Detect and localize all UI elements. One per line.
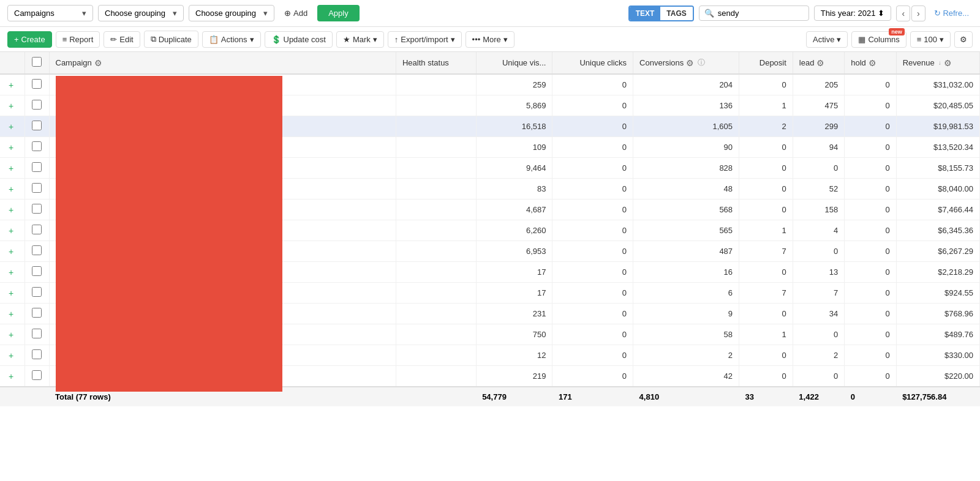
- row-add-button[interactable]: +: [6, 163, 16, 173]
- row-add-button[interactable]: +: [6, 80, 16, 90]
- row-add-button[interactable]: +: [6, 330, 16, 340]
- edit-label: Edit: [119, 35, 133, 44]
- row-add-button[interactable]: +: [6, 184, 16, 194]
- mark-arrow-icon: ▾: [373, 35, 377, 44]
- tags-toggle-button[interactable]: TAGS: [660, 7, 692, 20]
- active-button[interactable]: Active ▾: [806, 31, 848, 48]
- row-checkbox[interactable]: [32, 183, 42, 193]
- year-label: This year: 2021: [821, 9, 876, 18]
- mark-label: Mark: [353, 35, 371, 44]
- row-checkbox[interactable]: [32, 100, 42, 110]
- row-add-cell: +: [0, 137, 24, 158]
- hold-gear-icon[interactable]: ⚙: [869, 58, 876, 68]
- row-add-button[interactable]: +: [6, 205, 16, 215]
- mark-button[interactable]: ★ Mark ▾: [336, 31, 384, 48]
- row-add-button[interactable]: +: [6, 267, 16, 277]
- campaign-gear-icon[interactable]: ⚙: [94, 58, 102, 68]
- table-row: + Sendy Email 5,869 0 136 1 475 0 $20,48…: [0, 95, 980, 116]
- report-button[interactable]: ≡ Report: [56, 31, 100, 48]
- year-select[interactable]: This year: 2021 ⬍: [814, 6, 892, 21]
- row-checkbox[interactable]: [32, 141, 42, 151]
- row-checkbox[interactable]: [32, 204, 42, 214]
- grouping1-select[interactable]: Choose grouping ▾: [98, 5, 184, 21]
- actions-button[interactable]: 📋 Actions ▾: [202, 31, 261, 48]
- row-add-button[interactable]: +: [6, 351, 16, 360]
- columns-button[interactable]: new ▦ Columns: [851, 31, 906, 48]
- row-visits-cell: 4,687: [476, 199, 552, 220]
- lead-col-header: lead ⚙: [793, 52, 844, 74]
- duplicate-button[interactable]: ⧉ Duplicate: [144, 31, 198, 48]
- row-checkbox[interactable]: [32, 79, 42, 89]
- row-add-button[interactable]: +: [6, 143, 16, 152]
- apply-button[interactable]: Apply: [317, 5, 360, 21]
- conversions-gear-icon[interactable]: ⚙: [686, 58, 694, 68]
- row-health-cell: [396, 220, 476, 241]
- export-button[interactable]: ↑ Export/import ▾: [388, 31, 462, 48]
- settings-btn[interactable]: ⚙: [954, 31, 973, 48]
- refresh-icon: ↻: [934, 9, 941, 18]
- row-checkbox[interactable]: [32, 287, 42, 297]
- row-checkbox[interactable]: [32, 245, 42, 255]
- conversions-info-icon[interactable]: ⓘ: [698, 58, 705, 68]
- rows-button[interactable]: ≡ 100 ▾: [910, 31, 951, 48]
- prev-button[interactable]: ‹: [896, 6, 910, 21]
- row-checkbox-cell: [24, 137, 49, 158]
- revenue-sort-icon[interactable]: ↓: [938, 59, 941, 66]
- row-hold-cell: 0: [845, 116, 896, 137]
- row-add-button[interactable]: +: [6, 247, 16, 256]
- row-checkbox[interactable]: [32, 266, 42, 276]
- row-add-button[interactable]: +: [6, 309, 16, 319]
- row-campaign-cell: Sendy Email: [49, 241, 396, 262]
- mark-icon: ★: [343, 35, 350, 44]
- row-lead-cell: 52: [793, 179, 844, 199]
- row-add-button[interactable]: +: [6, 226, 16, 236]
- row-health-cell: [396, 304, 476, 324]
- create-label: Create: [21, 35, 45, 44]
- table-row: + Sendy Email 9,464 0 828 0 0 0 $8,155.7…: [0, 158, 980, 179]
- row-hold-cell: 0: [845, 262, 896, 283]
- row-checkbox[interactable]: [32, 308, 42, 318]
- row-campaign-cell: Sendy Email: [49, 366, 396, 387]
- text-toggle-button[interactable]: TEXT: [630, 7, 661, 20]
- row-checkbox[interactable]: [32, 329, 42, 338]
- row-add-button[interactable]: +: [6, 288, 16, 298]
- row-lead-cell: 13: [793, 262, 844, 283]
- edit-button[interactable]: ✏ Edit: [104, 31, 140, 48]
- row-lead-cell: 0: [793, 366, 844, 387]
- row-health-cell: [396, 179, 476, 199]
- grouping2-select[interactable]: Choose grouping ▾: [189, 5, 274, 21]
- row-checkbox[interactable]: [32, 370, 42, 380]
- next-button[interactable]: ›: [911, 6, 925, 21]
- revenue-gear-icon[interactable]: ⚙: [944, 58, 952, 68]
- totals-lead-cell: 1,422: [793, 387, 844, 406]
- row-add-button[interactable]: +: [6, 122, 16, 132]
- lead-gear-icon[interactable]: ⚙: [816, 58, 824, 68]
- more-button[interactable]: ••• More ▾: [466, 31, 514, 48]
- row-revenue-cell: $330.00: [896, 345, 979, 366]
- campaigns-select[interactable]: Campaigns ▾: [7, 5, 93, 21]
- row-add-cell: +: [0, 345, 24, 366]
- row-campaign-cell: Sendy Email: [49, 179, 396, 199]
- row-clicks-cell: 0: [552, 220, 633, 241]
- row-revenue-cell: $6,267.29: [896, 241, 979, 262]
- campaign-col-header: Campaign ⚙: [49, 52, 396, 74]
- row-checkbox[interactable]: [32, 225, 42, 234]
- row-add-cell: +: [0, 324, 24, 345]
- row-checkbox[interactable]: [32, 349, 42, 359]
- create-button[interactable]: + Create: [7, 31, 52, 48]
- row-add-button[interactable]: +: [6, 101, 16, 111]
- table-row: + Sendy Email 231 0 9 0 34 0 $768.96: [0, 304, 980, 324]
- refresh-button[interactable]: ↻ Refre...: [930, 6, 973, 20]
- row-checkbox-cell: [24, 283, 49, 304]
- row-checkbox[interactable]: [32, 162, 42, 172]
- search-input[interactable]: [718, 9, 791, 18]
- table-row: + Sendy Email 6,953 0 487 7 0 0 $6,267.2…: [0, 241, 980, 262]
- row-checkbox[interactable]: [32, 121, 42, 130]
- report-icon: ≡: [62, 35, 67, 44]
- add-button[interactable]: ⊕ Add: [279, 6, 312, 21]
- row-lead-cell: 299: [793, 116, 844, 137]
- update-cost-button[interactable]: 💲 Update cost: [265, 31, 333, 48]
- row-visits-cell: 9,464: [476, 158, 552, 179]
- row-add-button[interactable]: +: [6, 371, 16, 381]
- select-all-checkbox[interactable]: [32, 57, 42, 67]
